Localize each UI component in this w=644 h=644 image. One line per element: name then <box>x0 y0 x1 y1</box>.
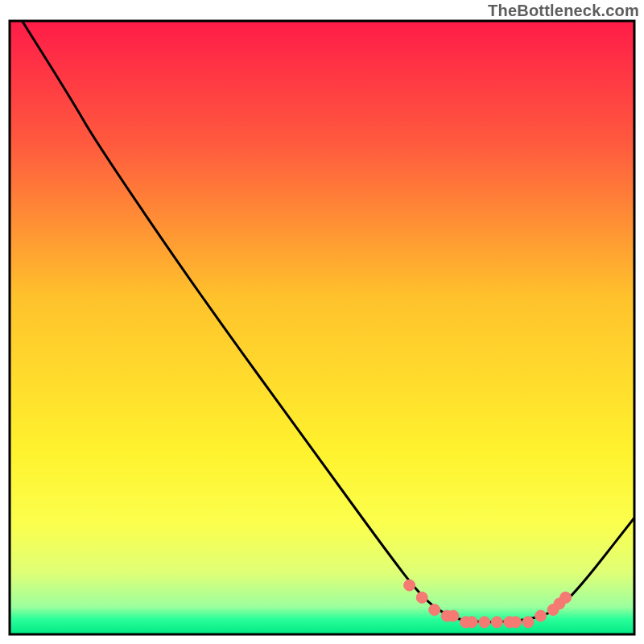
data-dot <box>429 605 440 616</box>
data-dot <box>510 617 522 628</box>
background-gradient <box>10 21 634 634</box>
data-dot <box>466 617 477 628</box>
data-dot <box>491 617 502 628</box>
data-dot <box>479 617 490 628</box>
data-dot <box>522 617 534 628</box>
data-dot <box>416 592 427 603</box>
chart-svg <box>0 0 644 644</box>
chart-container: TheBottleneck.com <box>0 0 644 644</box>
data-dot <box>560 592 572 603</box>
data-dot <box>448 610 459 621</box>
data-dot <box>535 610 547 621</box>
data-dot <box>404 580 415 591</box>
